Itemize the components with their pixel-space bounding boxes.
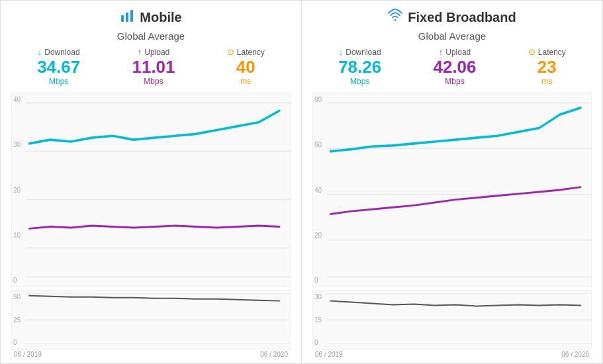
download-arrow-icon: ↓ xyxy=(38,47,42,57)
mobile-download-metric: ↓ Download 34.67 Mbps xyxy=(37,47,80,86)
broadband-download-label-text: Download xyxy=(346,48,381,57)
broadband-upload-value: 42.06 xyxy=(433,58,476,75)
broadband-download-metric: ↓ Download 78.26 Mbps xyxy=(338,47,381,86)
svg-rect-1 xyxy=(126,13,128,22)
mobile-latency-metric: ⊙ Latency 40 ms xyxy=(227,47,265,86)
mobile-upload-label: ↑ Upload xyxy=(138,47,170,57)
broadband-metrics: ↓ Download 78.26 Mbps ↑ Upload 42.06 Mbp… xyxy=(312,47,592,86)
mobile-subtitle: Global Average xyxy=(11,30,291,42)
upload-arrow-icon: ↑ xyxy=(138,47,142,57)
latency-icon: ⊙ xyxy=(227,47,234,57)
mobile-download-unit: Mbps xyxy=(49,77,68,86)
mobile-latency-label-text: Latency xyxy=(237,48,265,57)
broadband-upload-metric: ↑ Upload 42.06 Mbps xyxy=(433,47,476,86)
mobile-date-end: 06 / 2020 xyxy=(260,351,288,358)
svg-rect-0 xyxy=(121,15,124,22)
mobile-x-axis: 06 / 2019 06 / 2020 xyxy=(11,349,291,358)
wifi-icon xyxy=(388,9,402,26)
mobile-header: Mobile xyxy=(11,9,291,26)
broadband-latency-label-text: Latency xyxy=(538,48,566,57)
broadband-main-chart-svg xyxy=(313,93,591,287)
bar-chart-icon xyxy=(120,9,134,26)
broadband-download-value: 78.26 xyxy=(338,58,381,75)
mobile-latency-label: ⊙ Latency xyxy=(227,47,265,57)
mobile-download-label: ↓ Download xyxy=(38,47,80,57)
broadband-upload-unit: Mbps xyxy=(445,77,464,86)
broadband-latency-label: ⊙ Latency xyxy=(528,47,566,57)
mobile-main-chart-svg xyxy=(12,93,290,287)
mobile-download-label-text: Download xyxy=(44,48,79,57)
svg-point-11 xyxy=(394,19,396,21)
mobile-upload-unit: Mbps xyxy=(144,77,163,86)
mobile-main-chart: 40 30 20 10 0 xyxy=(11,93,291,287)
mobile-latency-unit: ms xyxy=(240,77,251,86)
mobile-latency-chart-svg xyxy=(12,291,290,349)
mobile-panel: Mobile Global Average ↓ Download 34.67 M… xyxy=(0,0,302,364)
mobile-upload-value: 11.01 xyxy=(132,58,175,75)
mobile-date-start: 06 / 2019 xyxy=(14,351,42,358)
broadband-latency-chart: 30 15 0 xyxy=(312,290,592,349)
broadband-subtitle: Global Average xyxy=(312,30,592,42)
bb-download-arrow-icon: ↓ xyxy=(339,47,344,57)
mobile-upload-label-text: Upload xyxy=(144,48,169,57)
broadband-latency-metric: ⊙ Latency 23 ms xyxy=(528,47,566,86)
broadband-panel: Fixed Broadband Global Average ↓ Downloa… xyxy=(302,0,603,364)
broadband-upload-label: ↑ Upload xyxy=(439,47,471,57)
bb-latency-icon: ⊙ xyxy=(528,47,535,57)
broadband-download-unit: Mbps xyxy=(350,77,369,86)
broadband-x-axis: 06 / 2019 06 / 2020 xyxy=(312,349,592,358)
broadband-latency-unit: ms xyxy=(541,77,552,86)
mobile-latency-chart: 50 25 0 xyxy=(11,290,291,349)
broadband-latency-chart-svg xyxy=(313,291,591,349)
broadband-upload-label-text: Upload xyxy=(445,48,471,57)
mobile-latency-value: 40 xyxy=(236,58,255,75)
broadband-title: Fixed Broadband xyxy=(408,10,516,25)
broadband-latency-value: 23 xyxy=(537,58,557,75)
broadband-main-chart: 80 60 40 20 0 xyxy=(312,93,592,287)
broadband-date-start: 06 / 2019 xyxy=(315,351,343,358)
mobile-metrics: ↓ Download 34.67 Mbps ↑ Upload 11.01 Mbp… xyxy=(11,47,291,86)
mobile-upload-metric: ↑ Upload 11.01 Mbps xyxy=(132,47,175,86)
broadband-date-end: 06 / 2020 xyxy=(561,351,589,358)
broadband-download-label: ↓ Download xyxy=(339,47,381,57)
broadband-header: Fixed Broadband xyxy=(312,9,592,26)
svg-rect-2 xyxy=(130,10,133,22)
mobile-title: Mobile xyxy=(140,10,181,25)
bb-upload-arrow-icon: ↑ xyxy=(439,47,443,57)
mobile-download-value: 34.67 xyxy=(37,58,80,75)
